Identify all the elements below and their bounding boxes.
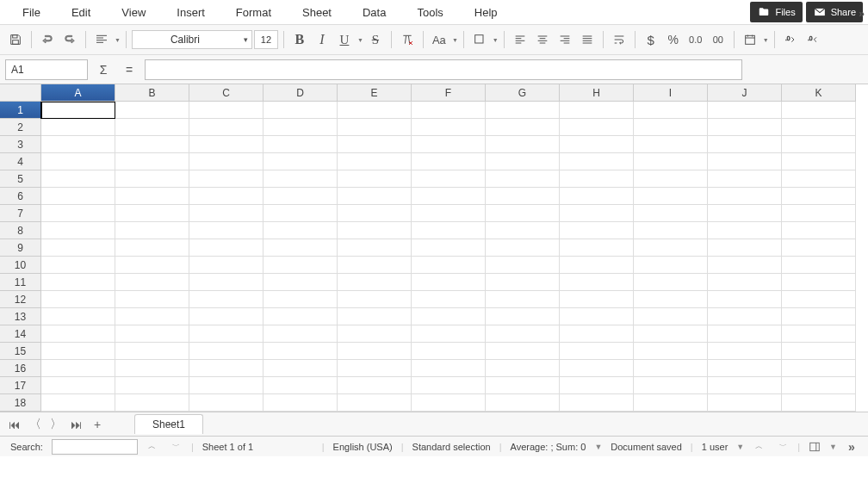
cell-B8[interactable] xyxy=(115,222,189,239)
decrease-decimal-icon[interactable]: .0 xyxy=(803,29,823,50)
fill-color-icon[interactable] xyxy=(469,29,490,50)
cell-J10[interactable] xyxy=(708,257,782,274)
cell-B4[interactable] xyxy=(115,153,189,170)
column-header-E[interactable]: E xyxy=(338,84,412,102)
cell-H4[interactable] xyxy=(560,153,634,170)
align-left-h-icon[interactable] xyxy=(510,29,530,50)
cell-F18[interactable] xyxy=(412,394,486,412)
cell-C13[interactable] xyxy=(189,308,264,325)
cell-K5[interactable] xyxy=(782,170,856,188)
cell-B3[interactable] xyxy=(115,136,189,153)
cell-I18[interactable] xyxy=(634,394,708,412)
cell-K15[interactable] xyxy=(782,343,856,360)
dropdown-icon[interactable]: ▼ xyxy=(594,443,602,451)
dropdown-icon[interactable]: ▼ xyxy=(115,37,121,43)
decimal-icon[interactable]: 0.0 xyxy=(685,29,706,50)
cell-H15[interactable] xyxy=(560,343,634,360)
cell-J8[interactable] xyxy=(708,222,782,239)
cell-J5[interactable] xyxy=(708,170,782,188)
cell-I9[interactable] xyxy=(634,239,708,257)
cell-H17[interactable] xyxy=(560,377,634,394)
cell-F16[interactable] xyxy=(412,360,486,377)
cell-B10[interactable] xyxy=(115,257,189,274)
sigma-icon[interactable]: Σ xyxy=(93,59,114,80)
cell-E16[interactable] xyxy=(338,360,412,377)
row-header-4[interactable]: 4 xyxy=(0,153,41,170)
cell-G4[interactable] xyxy=(486,153,560,170)
cell-G2[interactable] xyxy=(486,119,560,136)
cell-E8[interactable] xyxy=(338,222,412,239)
row-header-7[interactable]: 7 xyxy=(0,205,41,222)
cell-J12[interactable] xyxy=(708,291,782,308)
dropdown-icon[interactable]: ▼ xyxy=(452,37,458,43)
cell-H6[interactable] xyxy=(560,188,634,205)
row-header-16[interactable]: 16 xyxy=(0,360,41,377)
cell-C5[interactable] xyxy=(189,170,264,188)
cell-D5[interactable] xyxy=(264,170,338,188)
cell-J2[interactable] xyxy=(708,119,782,136)
menu-insert[interactable]: Insert xyxy=(161,3,220,22)
cell-H7[interactable] xyxy=(560,205,634,222)
cell-G15[interactable] xyxy=(486,343,560,360)
cell-J1[interactable] xyxy=(708,102,782,119)
cell-C16[interactable] xyxy=(189,360,264,377)
cell-H3[interactable] xyxy=(560,136,634,153)
cell-C1[interactable] xyxy=(189,102,264,119)
cell-D16[interactable] xyxy=(264,360,338,377)
cell-G16[interactable] xyxy=(486,360,560,377)
cell-K2[interactable] xyxy=(782,119,856,136)
cell-C2[interactable] xyxy=(189,119,264,136)
cell-D4[interactable] xyxy=(264,153,338,170)
cell-J4[interactable] xyxy=(708,153,782,170)
currency-icon[interactable]: $ xyxy=(641,29,661,50)
cell-C14[interactable] xyxy=(189,325,264,343)
cell-C15[interactable] xyxy=(189,343,264,360)
cell-D17[interactable] xyxy=(264,377,338,394)
cell-G18[interactable] xyxy=(486,394,560,412)
cell-H9[interactable] xyxy=(560,239,634,257)
row-header-1[interactable]: 1 xyxy=(0,102,41,119)
cell-C4[interactable] xyxy=(189,153,264,170)
cell-H14[interactable] xyxy=(560,325,634,343)
cell-G14[interactable] xyxy=(486,325,560,343)
cell-E3[interactable] xyxy=(338,136,412,153)
cell-E1[interactable] xyxy=(338,102,412,119)
cell-F17[interactable] xyxy=(412,377,486,394)
cell-K10[interactable] xyxy=(782,257,856,274)
column-header-D[interactable]: D xyxy=(264,84,338,102)
cell-I12[interactable] xyxy=(634,291,708,308)
dropdown-icon[interactable]: ▼ xyxy=(763,37,769,43)
cell-I11[interactable] xyxy=(634,274,708,291)
cell-K3[interactable] xyxy=(782,136,856,153)
cell-B6[interactable] xyxy=(115,188,189,205)
cell-A4[interactable] xyxy=(41,153,115,170)
cell-J18[interactable] xyxy=(708,394,782,412)
toolbar-overflow-icon[interactable]: » xyxy=(859,8,865,20)
cell-A14[interactable] xyxy=(41,325,115,343)
formula-input[interactable] xyxy=(145,59,742,80)
search-input[interactable] xyxy=(52,439,138,455)
cell-F11[interactable] xyxy=(412,274,486,291)
dropdown-icon[interactable]: ▼ xyxy=(357,37,363,43)
cell-F15[interactable] xyxy=(412,343,486,360)
cell-J16[interactable] xyxy=(708,360,782,377)
cell-A12[interactable] xyxy=(41,291,115,308)
cell-K9[interactable] xyxy=(782,239,856,257)
search-next-icon[interactable]: ﹀ xyxy=(167,437,186,456)
equals-icon[interactable]: = xyxy=(119,59,140,80)
cell-K7[interactable] xyxy=(782,205,856,222)
cell-B15[interactable] xyxy=(115,343,189,360)
cell-B11[interactable] xyxy=(115,274,189,291)
cell-A5[interactable] xyxy=(41,170,115,188)
cell-A6[interactable] xyxy=(41,188,115,205)
row-header-8[interactable]: 8 xyxy=(0,222,41,239)
align-right-h-icon[interactable] xyxy=(555,29,575,50)
cell-I5[interactable] xyxy=(634,170,708,188)
cell-I17[interactable] xyxy=(634,377,708,394)
row-header-5[interactable]: 5 xyxy=(0,170,41,188)
wrap-text-icon[interactable] xyxy=(609,29,629,50)
cell-E6[interactable] xyxy=(338,188,412,205)
cell-G5[interactable] xyxy=(486,170,560,188)
column-header-I[interactable]: I xyxy=(634,84,708,102)
cell-F7[interactable] xyxy=(412,205,486,222)
